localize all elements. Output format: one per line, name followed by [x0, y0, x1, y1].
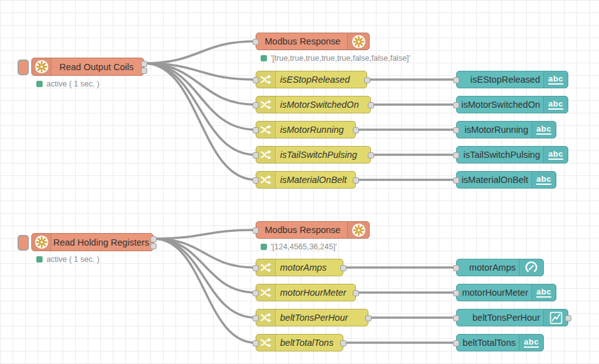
switch-icon: [259, 124, 272, 135]
input-port[interactable]: [253, 177, 259, 184]
input-port[interactable]: [453, 102, 459, 108]
inject-button[interactable]: [18, 235, 29, 251]
node-ui-isMaterialOnBelt[interactable]: abcisMaterialOnBelt: [456, 171, 556, 189]
icon-container: abc: [531, 284, 556, 301]
flow-canvas[interactable]: Read Output Coilsactive ( 1 sec. ) Modbu…: [0, 0, 599, 364]
input-port[interactable]: [453, 77, 459, 83]
input-port[interactable]: [253, 315, 259, 321]
node-switch-beltTotalTons[interactable]: beltTotalTons: [256, 334, 343, 351]
node-label: Read Output Coils: [52, 58, 141, 75]
input-port[interactable]: [453, 152, 459, 159]
node-label: isMotorSwitchedOn: [461, 96, 540, 113]
icon-container: [256, 147, 276, 163]
icon-container: [256, 284, 276, 301]
switch-icon: [259, 287, 272, 298]
input-port[interactable]: [253, 265, 259, 271]
wire[interactable]: [144, 41, 256, 63]
node-modbus-response-b[interactable]: Modbus Response'[124,4565,36,245]': [256, 221, 370, 239]
output-port[interactable]: [353, 290, 359, 296]
node-label: isMotorRunning: [461, 122, 528, 138]
icon-container: abc: [519, 335, 543, 351]
node-label: motorAmps: [280, 259, 340, 276]
icon-container: [519, 259, 543, 276]
node-switch-isTailSwitchPulsing[interactable]: isTailSwitchPulsing: [256, 146, 371, 164]
node-ui-motorHourMeter[interactable]: abcmotorHourMeter: [456, 284, 556, 301]
output-port-2[interactable]: [141, 68, 147, 74]
input-port[interactable]: [253, 39, 259, 45]
input-port[interactable]: [253, 290, 259, 296]
input-port[interactable]: [253, 77, 259, 83]
input-port[interactable]: [453, 265, 459, 271]
node-label: isMotorRunning: [280, 122, 353, 138]
wire[interactable]: [144, 63, 256, 105]
inject-button[interactable]: [18, 60, 29, 75]
node-read-output-coils[interactable]: Read Output Coilsactive ( 1 sec. ): [31, 58, 144, 76]
icon-container: [256, 335, 276, 351]
status-dot-icon: [261, 244, 267, 250]
output-port[interactable]: [353, 177, 359, 184]
icon-container: [347, 33, 369, 49]
output-port[interactable]: [365, 315, 372, 321]
node-ui-beltTotalTons[interactable]: abcbeltTotalTons: [456, 334, 544, 351]
wire[interactable]: [154, 230, 256, 239]
wire[interactable]: [144, 63, 256, 180]
input-port[interactable]: [253, 127, 259, 133]
icon-container: [256, 96, 276, 113]
node-label: Modbus Response: [259, 33, 346, 49]
abc-icon: abc: [548, 100, 563, 110]
icon-container: [32, 234, 51, 251]
node-read-holding-registers[interactable]: Read Holding Registersactive ( 1 sec. ): [31, 233, 154, 251]
node-label: isEStopReleased: [280, 71, 364, 88]
node-switch-beltTonsPerHour[interactable]: beltTonsPerHour: [256, 309, 368, 326]
input-port[interactable]: [253, 227, 259, 234]
switch-icon: [259, 262, 272, 273]
input-port[interactable]: [453, 290, 459, 296]
abc-icon: abc: [524, 338, 539, 348]
node-ui-isMotorSwitchedOn[interactable]: abcisMotorSwitchedOn: [456, 96, 568, 113]
status-dot-icon: [261, 55, 267, 61]
output-port[interactable]: [340, 265, 346, 271]
node-switch-motorAmps[interactable]: motorAmps: [256, 259, 343, 276]
node-switch-isMotorSwitchedOn[interactable]: isMotorSwitchedOn: [256, 96, 371, 113]
input-port[interactable]: [253, 340, 259, 346]
node-label: beltTotalTons: [461, 335, 516, 351]
node-label: isMaterialOnBelt: [280, 172, 353, 188]
output-port-2[interactable]: [150, 243, 157, 249]
node-label: motorHourMeter: [461, 284, 528, 301]
modbus-icon: [352, 224, 365, 237]
node-switch-isEStopReleased[interactable]: isEStopReleased: [256, 71, 367, 88]
node-ui-beltTonsPerHour[interactable]: beltTonsPerHour: [456, 309, 568, 326]
input-port[interactable]: [453, 340, 459, 346]
status-dot-icon: [36, 256, 43, 263]
output-port[interactable]: [353, 127, 359, 133]
output-port-1[interactable]: [150, 236, 157, 242]
status-text: active ( 1 sec. ): [46, 255, 100, 264]
status-dot-icon: [36, 81, 43, 87]
output-port[interactable]: [364, 77, 370, 83]
input-port[interactable]: [453, 315, 459, 321]
node-switch-motorHourMeter[interactable]: motorHourMeter: [256, 284, 356, 301]
input-port[interactable]: [453, 177, 459, 184]
node-ui-motorAmps[interactable]: motorAmps: [456, 259, 544, 276]
output-port[interactable]: [340, 340, 346, 346]
input-port[interactable]: [253, 102, 259, 108]
abc-icon: abc: [536, 175, 551, 185]
input-port[interactable]: [453, 127, 459, 133]
node-label: motorAmps: [461, 259, 516, 276]
node-ui-isMotorRunning[interactable]: abcisMotorRunning: [456, 121, 556, 138]
output-port-1[interactable]: [141, 61, 147, 67]
node-switch-isMaterialOnBelt[interactable]: isMaterialOnBelt: [256, 171, 356, 189]
node-ui-isTailSwitchPulsing[interactable]: abcisTailSwitchPulsing: [456, 146, 568, 164]
wire[interactable]: [154, 239, 256, 318]
node-switch-isMotorRunning[interactable]: isMotorRunning: [256, 121, 356, 138]
output-port[interactable]: [368, 102, 374, 108]
node-ui-isEStopReleased[interactable]: abcisEStopReleased: [456, 71, 568, 88]
node-modbus-response-a[interactable]: Modbus Response'[true,true,true,true,tru…: [256, 33, 370, 50]
modbus-icon: [35, 236, 48, 249]
output-port[interactable]: [368, 152, 374, 159]
modbus-icon: [35, 60, 48, 73]
input-port[interactable]: [253, 152, 259, 159]
wire[interactable]: [144, 63, 256, 155]
icon-container: abc: [543, 71, 568, 88]
output-port[interactable]: [565, 315, 571, 321]
